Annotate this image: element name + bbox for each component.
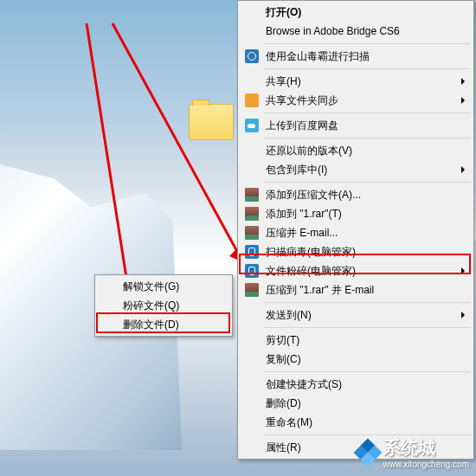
menu-item[interactable]: 还原以前的版本(V) bbox=[240, 141, 472, 160]
menu-item-label: 压缩到 "1.rar" 并 E-mail bbox=[266, 283, 374, 298]
orange-icon bbox=[245, 93, 259, 107]
menu-item[interactable]: 文件粉碎(电脑管家) bbox=[240, 261, 472, 280]
menu-item-label: 复制(C) bbox=[266, 352, 301, 367]
menu-item[interactable]: 共享(H) bbox=[240, 72, 472, 91]
menu-item-unlock[interactable]: 解锁文件(G) bbox=[97, 277, 230, 296]
menu-item[interactable]: 添加到压缩文件(A)... bbox=[240, 185, 472, 204]
tc-icon bbox=[245, 245, 259, 259]
menu-separator bbox=[264, 68, 471, 69]
menu-item[interactable]: 复制(C) bbox=[240, 350, 472, 369]
menu-separator bbox=[264, 371, 471, 372]
menu-separator bbox=[264, 302, 471, 303]
menu-item-label: 使用金山毒霸进行扫描 bbox=[266, 49, 370, 64]
menu-item-label: 创建快捷方式(S) bbox=[266, 377, 342, 392]
menu-item[interactable]: 删除(D) bbox=[240, 394, 472, 413]
menu-item[interactable]: 包含到库中(I) bbox=[240, 160, 472, 179]
menu-item[interactable]: 上传到百度网盘 bbox=[240, 116, 472, 135]
menu-item-label: 包含到库中(I) bbox=[266, 163, 327, 177]
submenu-arrow-icon bbox=[461, 97, 465, 104]
submenu-arrow-icon bbox=[461, 166, 465, 173]
menu-item-label: 属性(R) bbox=[266, 441, 301, 455]
menu-item-label: 共享文件夹同步 bbox=[266, 93, 338, 108]
submenu-arrow-icon bbox=[461, 78, 465, 85]
menu-item[interactable]: 使用金山毒霸进行扫描 bbox=[240, 47, 472, 66]
menu-separator bbox=[264, 113, 471, 113]
rar-icon bbox=[245, 188, 259, 202]
menu-item[interactable]: 压缩到 "1.rar" 并 E-mail bbox=[240, 280, 472, 299]
submenu-arrow-icon bbox=[461, 312, 465, 318]
menu-item-label: 文件粉碎(电脑管家) bbox=[266, 264, 356, 279]
menu-item-label: 重命名(M) bbox=[266, 415, 312, 430]
menu-item-label: 上传到百度网盘 bbox=[266, 119, 338, 133]
menu-item[interactable]: 添加到 "1.rar"(T) bbox=[240, 204, 472, 223]
menu-item-shred[interactable]: 粉碎文件(Q) bbox=[97, 296, 230, 315]
menu-item[interactable]: Browse in Adobe Bridge CS6 bbox=[240, 22, 472, 41]
menu-separator bbox=[264, 327, 471, 328]
blue-icon bbox=[245, 49, 259, 63]
desktop-background: 解锁文件(G) 粉碎文件(Q) 删除文件(D) 打开(O)Browse in A… bbox=[0, 0, 476, 476]
folder-icon[interactable] bbox=[189, 104, 234, 140]
menu-item-label: 还原以前的版本(V) bbox=[266, 144, 352, 158]
watermark: 系统城 www.xitongcheng.com bbox=[356, 436, 470, 469]
menu-item[interactable]: 创建快捷方式(S) bbox=[240, 375, 472, 394]
cloud-icon bbox=[245, 119, 259, 132]
context-menu-left: 解锁文件(G) 粉碎文件(Q) 删除文件(D) bbox=[94, 274, 233, 337]
menu-item-delete[interactable]: 删除文件(D) bbox=[97, 315, 230, 334]
tc-icon bbox=[245, 264, 259, 278]
menu-item-label: 打开(O) bbox=[266, 5, 301, 20]
menu-separator bbox=[264, 434, 471, 435]
menu-item[interactable]: 共享文件夹同步 bbox=[240, 91, 472, 110]
menu-item-label: 压缩并 E-mail... bbox=[266, 226, 338, 241]
menu-item-label: Browse in Adobe Bridge CS6 bbox=[266, 25, 400, 37]
rar-icon bbox=[245, 207, 259, 221]
menu-item-label: 发送到(N) bbox=[266, 308, 312, 323]
menu-item-label: 扫描病毒(电脑管家) bbox=[266, 245, 356, 260]
menu-item-label: 剪切(T) bbox=[266, 333, 299, 348]
menu-item-label: 添加到压缩文件(A)... bbox=[266, 188, 361, 203]
menu-item[interactable]: 重命名(M) bbox=[240, 413, 472, 432]
menu-separator bbox=[264, 43, 471, 44]
watermark-url: www.xitongcheng.com bbox=[383, 460, 470, 469]
watermark-text: 系统城 bbox=[383, 436, 470, 460]
context-menu-right: 打开(O)Browse in Adobe Bridge CS6使用金山毒霸进行扫… bbox=[237, 0, 474, 460]
menu-item[interactable]: 剪切(T) bbox=[240, 331, 472, 350]
menu-item-label: 添加到 "1.rar"(T) bbox=[266, 207, 342, 222]
menu-item[interactable]: 扫描病毒(电脑管家) bbox=[240, 242, 472, 261]
menu-item[interactable]: 打开(O) bbox=[240, 3, 472, 22]
menu-separator bbox=[264, 182, 471, 183]
menu-item[interactable]: 压缩并 E-mail... bbox=[240, 223, 472, 242]
submenu-arrow-icon bbox=[461, 267, 465, 274]
menu-separator bbox=[264, 138, 471, 138]
rar-icon bbox=[245, 283, 259, 297]
menu-item[interactable]: 发送到(N) bbox=[240, 306, 472, 325]
rar-icon bbox=[245, 226, 259, 240]
menu-item-label: 删除(D) bbox=[266, 396, 301, 411]
menu-item-label: 共享(H) bbox=[266, 74, 301, 89]
watermark-logo-icon bbox=[356, 441, 380, 465]
